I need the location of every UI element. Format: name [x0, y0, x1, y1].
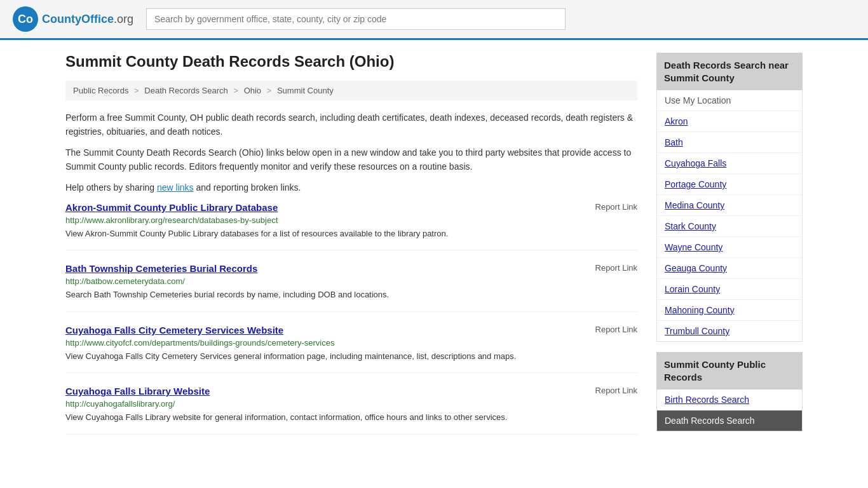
- breadcrumb-death-records[interactable]: Death Records Search: [144, 86, 228, 95]
- record-item: Cuyahoga Falls City Cemetery Services We…: [65, 325, 637, 374]
- description-para3: Help others by sharing new links and rep…: [65, 180, 637, 194]
- record-title-link[interactable]: Cuyahoga Falls Library Website: [65, 386, 210, 396]
- record-description: View Cuyahoga Falls Library website for …: [65, 411, 637, 424]
- sidebar-section-public-records: Summit County Public Records Birth Recor…: [656, 352, 803, 431]
- search-input[interactable]: [146, 8, 566, 30]
- page-title: Summit County Death Records Search (Ohio…: [65, 53, 637, 71]
- description-para2: The Summit County Death Records Search (…: [65, 146, 637, 174]
- sidebar-nearby-item[interactable]: Mahoning County: [657, 300, 802, 321]
- sidebar-section-nearby: Death Records Search near Summit County …: [656, 53, 803, 342]
- sidebar-nearby-link[interactable]: Geauga County: [665, 263, 727, 273]
- record-item: Cuyahoga Falls Library Website Report Li…: [65, 386, 637, 435]
- sidebar-death-records-active[interactable]: Death Records Search: [657, 410, 802, 431]
- sidebar-nearby-item[interactable]: Bath: [657, 132, 802, 153]
- record-title-link[interactable]: Bath Township Cemeteries Burial Records: [65, 263, 257, 274]
- report-link[interactable]: Report Link: [595, 325, 637, 334]
- sidebar-nearby-list: Use My Location AkronBathCuyahoga FallsP…: [656, 90, 803, 342]
- sidebar: Death Records Search near Summit County …: [656, 53, 803, 447]
- record-url: http://cuyahogafallslibrary.org/: [65, 399, 637, 409]
- record-url: http://www.cityofcf.com/departments/buil…: [65, 338, 637, 348]
- breadcrumb-summit-county[interactable]: Summit County: [277, 86, 334, 95]
- sidebar-nearby-link[interactable]: Mahoning County: [665, 305, 735, 315]
- breadcrumb-sep2: >: [233, 86, 238, 95]
- record-url: http://www.akronlibrary.org/research/dat…: [65, 215, 637, 225]
- sidebar-nearby-link[interactable]: Wayne County: [665, 242, 722, 252]
- breadcrumb-sep1: >: [134, 86, 139, 95]
- birth-records-link[interactable]: Birth Records Search: [665, 395, 749, 405]
- record-title-link[interactable]: Cuyahoga Falls City Cemetery Services We…: [65, 325, 283, 336]
- sidebar-nearby-item[interactable]: Akron: [657, 111, 802, 132]
- sidebar-nearby-link[interactable]: Portage County: [665, 179, 726, 189]
- sidebar-nearby-header: Death Records Search near Summit County: [656, 53, 803, 90]
- record-description: View Akron-Summit County Public Library …: [65, 227, 637, 240]
- sidebar-nearby-link[interactable]: Cuyahoga Falls: [665, 158, 726, 168]
- sidebar-nearby-link[interactable]: Lorain County: [665, 284, 720, 294]
- main-container: Summit County Death Records Search (Ohio…: [53, 40, 815, 460]
- sidebar-nearby-item[interactable]: Geauga County: [657, 258, 802, 279]
- sidebar-nearby-link[interactable]: Stark County: [665, 221, 716, 231]
- use-location-link[interactable]: Use My Location: [665, 95, 731, 105]
- report-link[interactable]: Report Link: [595, 386, 637, 395]
- sidebar-public-records-header: Summit County Public Records: [656, 352, 803, 390]
- record-description: Search Bath Township Cemeteries burial r…: [65, 288, 637, 301]
- breadcrumb-ohio[interactable]: Ohio: [244, 86, 261, 95]
- record-header: Cuyahoga Falls City Cemetery Services We…: [65, 325, 637, 336]
- description: Perform a free Summit County, OH public …: [65, 111, 637, 194]
- description-para1: Perform a free Summit County, OH public …: [65, 111, 637, 139]
- record-url: http://batbow.cemeterydata.com/: [65, 276, 637, 286]
- sidebar-nearby-item[interactable]: Stark County: [657, 216, 802, 237]
- record-title-link[interactable]: Akron-Summit County Public Library Datab…: [65, 202, 278, 213]
- report-link[interactable]: Report Link: [595, 263, 637, 273]
- breadcrumb: Public Records > Death Records Search > …: [65, 81, 637, 100]
- svg-text:Co: Co: [18, 13, 33, 25]
- logo-icon: Co: [13, 6, 38, 32]
- sidebar-nearby-items: AkronBathCuyahoga FallsPortage CountyMed…: [657, 111, 802, 341]
- sidebar-nearby-link[interactable]: Akron: [665, 116, 688, 126]
- sidebar-nearby-item[interactable]: Trumbull County: [657, 321, 802, 341]
- record-item: Bath Township Cemeteries Burial Records …: [65, 263, 637, 312]
- breadcrumb-sep3: >: [267, 86, 272, 95]
- sidebar-use-location[interactable]: Use My Location: [657, 90, 802, 111]
- logo-area[interactable]: Co CountyOffice.org: [13, 6, 133, 32]
- sidebar-nearby-item[interactable]: Wayne County: [657, 237, 802, 258]
- logo-text: CountyOffice.org: [42, 13, 133, 26]
- sidebar-nearby-item[interactable]: Cuyahoga Falls: [657, 153, 802, 174]
- sidebar-nearby-item[interactable]: Lorain County: [657, 279, 802, 300]
- sidebar-nearby-item[interactable]: Medina County: [657, 195, 802, 216]
- breadcrumb-public-records[interactable]: Public Records: [73, 86, 128, 95]
- sidebar-nearby-link[interactable]: Medina County: [665, 200, 724, 210]
- sidebar-public-records-list: Birth Records Search Death Records Searc…: [656, 390, 803, 431]
- content-area: Summit County Death Records Search (Ohio…: [65, 53, 637, 447]
- record-header: Bath Township Cemeteries Burial Records …: [65, 263, 637, 274]
- sidebar-nearby-item[interactable]: Portage County: [657, 174, 802, 195]
- new-links-link[interactable]: new links: [157, 182, 194, 193]
- header: Co CountyOffice.org: [0, 0, 868, 40]
- sidebar-nearby-link[interactable]: Bath: [665, 137, 683, 147]
- records-list: Akron-Summit County Public Library Datab…: [65, 202, 637, 435]
- record-header: Akron-Summit County Public Library Datab…: [65, 202, 637, 213]
- sidebar-birth-records[interactable]: Birth Records Search: [657, 390, 802, 410]
- record-item: Akron-Summit County Public Library Datab…: [65, 202, 637, 251]
- record-header: Cuyahoga Falls Library Website Report Li…: [65, 386, 637, 396]
- report-link[interactable]: Report Link: [595, 202, 637, 212]
- record-description: View Cuyahoga Falls City Cemetery Servic…: [65, 350, 637, 363]
- sidebar-nearby-link[interactable]: Trumbull County: [665, 326, 729, 336]
